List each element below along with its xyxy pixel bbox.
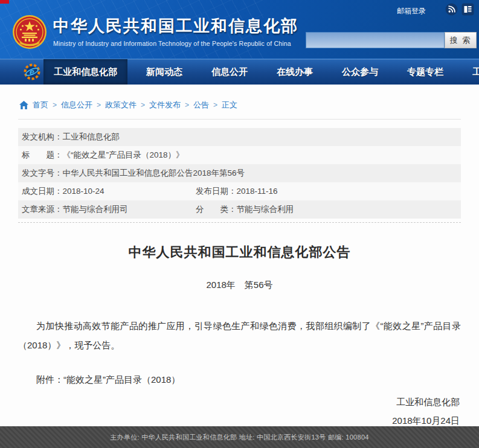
breadcrumb-divider — [18, 119, 461, 120]
document-attachment: 附件：“能效之星”产品目录（2018） — [18, 374, 461, 386]
nav-item-miit[interactable]: 工业和信息化部 — [43, 59, 127, 85]
home-icon[interactable] — [19, 101, 28, 109]
breadcrumb-separator: > — [141, 101, 145, 109]
document-paragraph: 为加快推动高效节能产品的推广应用，引导绿色生产和绿色消费，我部组织编制了《“能效… — [18, 316, 461, 355]
content: 首页 > 信息公开 > 政策文件 > 文件发布 > 公告 > 正文 发文机构：工… — [0, 85, 479, 427]
nav-item-info-disclosure[interactable]: 信息公开 — [201, 59, 258, 85]
meta-value: 《“能效之星”产品目录（2018）》 — [63, 150, 184, 161]
svg-text:e: e — [30, 67, 34, 77]
search-bar: 搜 索 — [306, 32, 477, 48]
site-subtitle-en: Ministry of Industry and Information Tec… — [53, 40, 298, 47]
mail-login-link[interactable]: 邮箱登录 — [397, 7, 426, 15]
page: 中华人民共和国工业和信息化部 Ministry of Industry and … — [0, 0, 479, 448]
breadcrumb-doc-release[interactable]: 文件发布 — [149, 100, 181, 110]
rss-icon[interactable] — [445, 3, 458, 16]
national-emblem-icon — [12, 14, 47, 50]
document-meta-table: 发文机构：工业和信息化部 标 题：《“能效之星”产品目录（2018）》 发文字号… — [18, 128, 461, 219]
breadcrumb-home[interactable]: 首页 — [33, 100, 48, 110]
document-title: 中华人民共和国工业和信息化部公告 — [18, 243, 461, 261]
breadcrumb-separator: > — [53, 101, 57, 109]
meta-cell-written-date: 成文日期：2018-10-24 — [22, 186, 196, 197]
newspaper-grid-icon[interactable] — [461, 3, 474, 16]
brand-text: 中华人民共和国工业和信息化部 Ministry of Industry and … — [53, 17, 298, 46]
meta-label: 发文字号： — [22, 168, 63, 179]
document-issue-number: 2018年 第56号 — [18, 280, 461, 291]
breadcrumb-policy-docs[interactable]: 政策文件 — [105, 100, 137, 110]
meta-row-source-category: 文章来源：节能与综合利用司 分 类：节能与综合利用 — [18, 200, 461, 219]
meta-label: 标 题： — [22, 150, 63, 161]
site-brand: 中华人民共和国工业和信息化部 Ministry of Industry and … — [12, 14, 298, 50]
document-signer: 工业和信息化部 — [18, 397, 461, 408]
breadcrumb-current-page[interactable]: 正文 — [222, 100, 237, 110]
search-button[interactable]: 搜 索 — [445, 32, 477, 48]
site-footer: 主办单位: 中华人民共和国工业和信息化部 地址: 中国北京西长安街13号 邮编:… — [0, 426, 479, 448]
search-input[interactable] — [306, 32, 445, 48]
meta-cell-category: 分 类：节能与综合利用 — [196, 204, 457, 215]
document-date: 2018年10月24日 — [18, 415, 461, 427]
breadcrumb-separator: > — [97, 101, 101, 109]
breadcrumb-separator: > — [213, 101, 217, 109]
nav-item-public-participation[interactable]: 公众参与 — [332, 59, 388, 85]
breadcrumb: 首页 > 信息公开 > 政策文件 > 文件发布 > 公告 > 正文 — [18, 85, 461, 118]
footer-text: 主办单位: 中华人民共和国工业和信息化部 地址: 中国北京西长安街13号 邮编:… — [110, 433, 369, 442]
nav-item-miit-data[interactable]: 工信数据 — [462, 59, 479, 85]
meta-row-dates: 成文日期：2018-10-24 发布日期：2018-11-16 — [18, 182, 461, 200]
nav-item-special-topics[interactable]: 专题专栏 — [397, 59, 454, 85]
site-title: 中华人民共和国工业和信息化部 — [53, 17, 298, 36]
nav-item-online-services[interactable]: 在线办事 — [266, 59, 323, 85]
announcement-article: 中华人民共和国工业和信息化部公告 2018年 第56号 为加快推动高效节能产品的… — [18, 223, 461, 427]
nav-list: 工业和信息化部 新闻动态 信息公开 在线办事 公众参与 专题专栏 工信数据 — [43, 59, 479, 85]
header-icons — [445, 3, 474, 16]
meta-row-title: 标 题：《“能效之星”产品目录（2018）》 — [18, 146, 461, 164]
site-header: 中华人民共和国工业和信息化部 Ministry of Industry and … — [0, 0, 479, 59]
breadcrumb-info-disclosure[interactable]: 信息公开 — [61, 100, 92, 110]
meta-row-doc-number: 发文字号：中华人民共和国工业和信息化部公告2018年第56号 — [18, 164, 461, 182]
main-nav: e 工业和信息化部 新闻动态 信息公开 在线办事 公众参与 专题专栏 工信数据 — [0, 59, 479, 85]
corner-red-mark — [0, 0, 9, 4]
meta-cell-source: 文章来源：节能与综合利用司 — [22, 204, 196, 215]
breadcrumb-announcement[interactable]: 公告 — [193, 100, 209, 110]
meta-label: 发文机构： — [22, 132, 63, 142]
header-links: 邮箱登录 — [397, 5, 426, 16]
nav-item-news[interactable]: 新闻动态 — [136, 59, 193, 85]
miit-gear-logo-icon: e — [23, 63, 41, 81]
meta-row-issuing-agency: 发文机构：工业和信息化部 — [18, 128, 461, 146]
breadcrumb-separator: > — [185, 101, 189, 109]
meta-cell-publish-date: 发布日期：2018-11-16 — [196, 186, 457, 197]
meta-value: 中华人民共和国工业和信息化部公告2018年第56号 — [63, 168, 245, 179]
meta-value: 工业和信息化部 — [63, 132, 120, 142]
